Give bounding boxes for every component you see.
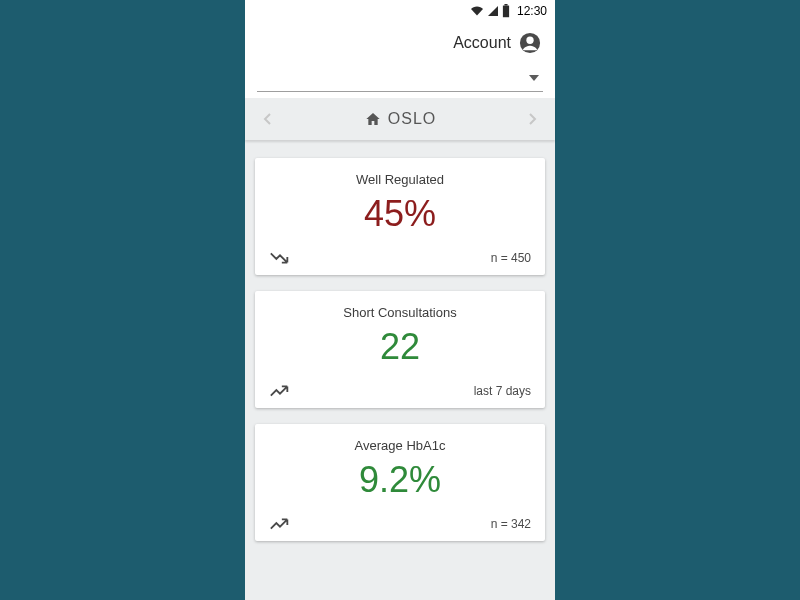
metric-footer: n = 342 (491, 517, 531, 531)
svg-rect-1 (504, 4, 507, 6)
phone-frame: 12:30 Account OSLO Well Regulated 45% (245, 0, 555, 600)
next-location-button[interactable] (521, 109, 545, 129)
location-bar: OSLO (245, 98, 555, 140)
metric-card-short-consultations[interactable]: Short Consultations 22 last 7 days (255, 291, 545, 408)
status-time: 12:30 (517, 4, 547, 18)
metric-value: 9.2% (269, 459, 531, 501)
metric-footer: last 7 days (474, 384, 531, 398)
signal-icon (487, 5, 499, 17)
battery-icon (502, 4, 510, 18)
prev-location-button[interactable] (255, 109, 279, 129)
wifi-icon (470, 5, 484, 17)
dropdown-select[interactable] (257, 64, 543, 92)
trending-up-icon (269, 517, 291, 531)
location-center[interactable]: OSLO (364, 110, 436, 128)
home-icon (364, 111, 382, 127)
trending-up-icon (269, 384, 291, 398)
status-bar: 12:30 (245, 0, 555, 22)
metric-title: Well Regulated (269, 172, 531, 187)
location-label: OSLO (388, 110, 436, 128)
svg-point-3 (526, 37, 533, 44)
metric-value: 45% (269, 193, 531, 235)
metric-card-well-regulated[interactable]: Well Regulated 45% n = 450 (255, 158, 545, 275)
account-label: Account (453, 34, 511, 52)
trending-down-icon (269, 251, 291, 265)
metric-footer: n = 450 (491, 251, 531, 265)
account-icon (519, 32, 541, 54)
dropdown-row (245, 64, 555, 98)
svg-rect-0 (503, 6, 509, 18)
metric-title: Short Consultations (269, 305, 531, 320)
metric-title: Average HbA1c (269, 438, 531, 453)
account-button[interactable]: Account (245, 22, 555, 64)
metric-card-average-hba1c[interactable]: Average HbA1c 9.2% n = 342 (255, 424, 545, 541)
chevron-down-icon (529, 75, 539, 81)
metric-value: 22 (269, 326, 531, 368)
